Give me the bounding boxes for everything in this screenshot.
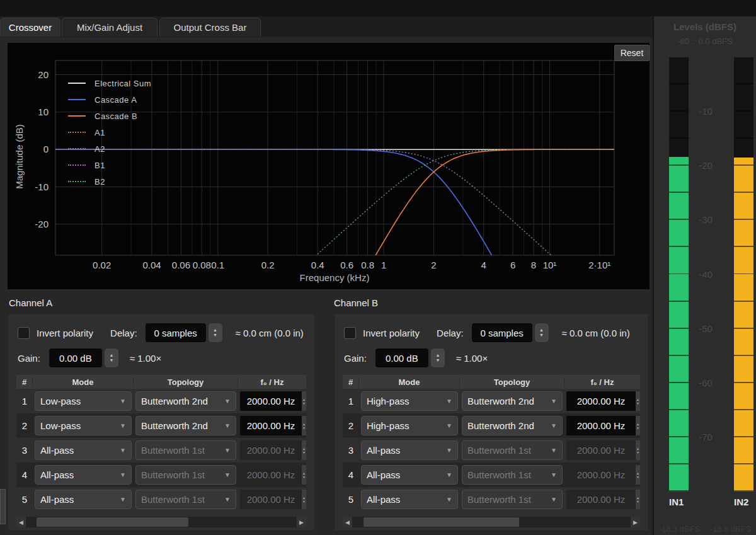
frequency-stepper[interactable]: ▲▼ [636,416,640,435]
frequency-stepper[interactable]: ▲▼ [302,416,306,435]
meter-segments [734,57,753,492]
filter-table-header: # Mode Topology f₀ / Hz [343,375,640,389]
frequency-input[interactable]: 2000.00 Hz [566,465,636,485]
svg-text:0.2: 0.2 [261,260,275,270]
scroll-right-button[interactable]: ▶ [631,517,640,527]
filter-row: 3 All-pass▼ Butterworth 1st▼ 2000.00 Hz▲… [343,438,640,463]
topology-dropdown[interactable]: Butterworth 2nd▼ [462,416,563,435]
gain-stepper[interactable]: ▲▼ [105,348,118,367]
mode-value: All-pass [367,494,444,505]
row-number: 3 [343,445,359,456]
filter-row: 1 High-pass▼ Butterworth 2nd▼ 2000.00 Hz… [343,389,640,413]
frequency-input[interactable]: 2000.00 Hz [240,440,302,460]
meter-in1-label: IN1 [669,497,684,507]
mode-dropdown[interactable]: High-pass▼ [361,391,458,411]
legend-label: Cascade B [94,112,137,121]
frequency-stepper[interactable]: ▲▼ [302,440,306,460]
topology-dropdown[interactable]: Butterworth 2nd▼ [462,391,563,411]
topology-value: Butterworth 1st [141,494,222,505]
meter-scale-tick: -60 [690,377,721,388]
delay-input[interactable]: 0 samples [146,323,206,342]
gain-input[interactable]: 0.00 dB [49,348,102,367]
scrollbar-track[interactable] [26,517,297,527]
mode-dropdown[interactable]: Low-pass▼ [35,416,132,435]
gain-stepper[interactable]: ▲▼ [431,348,445,367]
frequency-input[interactable]: 2000.00 Hz [566,490,636,509]
mode-dropdown[interactable]: High-pass▼ [361,416,458,435]
horizontal-scrollbar[interactable]: ◀ ▶ [16,517,306,527]
topology-dropdown[interactable]: Butterworth 2nd▼ [135,416,236,435]
row-number: 5 [343,494,359,505]
scroll-right-button[interactable]: ▶ [297,517,306,527]
frequency-input[interactable]: 2000.00 Hz [240,465,302,485]
invert-polarity-checkbox[interactable] [18,327,30,339]
frequency-stepper[interactable]: ▲▼ [636,391,640,411]
scroll-left-button[interactable]: ◀ [16,517,26,527]
filter-row: 5 All-pass▼ Butterworth 1st▼ 2000.00 Hz▲… [16,487,306,512]
svg-text:0.1: 0.1 [211,260,224,270]
tab-output-cross-bar[interactable]: Output Cross Bar [159,18,261,37]
tab-crossover[interactable]: Crossover [0,18,60,37]
frequency-stepper[interactable]: ▲▼ [302,465,306,485]
mode-dropdown[interactable]: Low-pass▼ [35,391,132,411]
mode-dropdown[interactable]: All-pass▼ [35,465,132,485]
meter-segments [669,57,689,492]
topology-dropdown[interactable]: Butterworth 1st▼ [135,440,236,460]
frequency-input[interactable]: 2000.00 Hz [240,391,302,411]
topology-dropdown[interactable]: Butterworth 1st▼ [462,440,563,460]
filter-row: 5 All-pass▼ Butterworth 1st▼ 2000.00 Hz▲… [343,487,640,512]
mode-dropdown[interactable]: All-pass▼ [361,490,458,509]
frequency-input[interactable]: 2000.00 Hz [566,440,636,460]
topology-dropdown[interactable]: Butterworth 1st▼ [462,490,563,509]
frequency-input[interactable]: 2000.00 Hz [566,416,636,435]
frequency-stepper[interactable]: ▲▼ [636,440,640,460]
row-number: 4 [343,469,359,480]
topology-dropdown[interactable]: Butterworth 1st▼ [135,490,236,509]
frequency-input[interactable]: 2000.00 Hz [240,490,302,509]
legend-label: B1 [94,161,105,170]
mode-dropdown[interactable]: All-pass▼ [35,490,132,509]
gain-approx-label: ≈ 1.00× [456,353,488,364]
svg-text:0.04: 0.04 [142,260,161,270]
window-edge-scrollbar[interactable] [0,489,6,524]
scrollbar-thumb[interactable] [364,517,520,527]
invert-polarity-checkbox[interactable] [344,327,356,339]
frequency-stepper[interactable]: ▲▼ [636,465,640,485]
frequency-stepper[interactable]: ▲▼ [302,490,306,509]
frequency-stepper[interactable]: ▲▼ [302,391,306,411]
mode-dropdown[interactable]: All-pass▼ [361,440,458,460]
frequency-stepper[interactable]: ▲▼ [636,490,640,509]
delay-stepper[interactable]: ▲▼ [209,323,222,342]
scroll-left-button[interactable]: ◀ [343,517,352,527]
scrollbar-track[interactable] [352,517,631,527]
titlebar [0,0,756,16]
row-number: 4 [16,469,33,480]
svg-text:4: 4 [481,260,486,270]
topology-dropdown[interactable]: Butterworth 1st▼ [462,465,563,485]
filter-row: 2 High-pass▼ Butterworth 2nd▼ 2000.00 Hz… [343,413,640,438]
mode-dropdown[interactable]: All-pass▼ [361,465,458,485]
topology-value: Butterworth 2nd [141,396,222,406]
topology-dropdown[interactable]: Butterworth 2nd▼ [135,391,236,411]
mode-value: All-pass [40,469,117,480]
legend-label: Cascade A [94,95,137,105]
row-number: 2 [343,420,359,431]
topology-value: Butterworth 1st [141,469,222,480]
topology-dropdown[interactable]: Butterworth 1st▼ [135,465,236,485]
tab-mix-gain-adjust[interactable]: Mix/Gain Adjust [62,18,158,37]
x-axis-label: Frequency (kHz) [272,272,398,283]
meter-readouts: -18.3 dBFS -18.5 dBFS [654,524,756,534]
gain-input[interactable]: 0.00 dB [375,348,428,367]
stepper-up-icon: ▲ [213,328,217,333]
frequency-input[interactable]: 2000.00 Hz [566,391,636,411]
crossover-response-chart: 0.020.040.060.080.10.20.40.60.81246810¹2… [8,43,650,289]
frequency-input[interactable]: 2000.00 Hz [240,416,302,435]
scrollbar-thumb[interactable] [37,517,188,527]
delay-input[interactable]: 0 samples [472,323,532,342]
reset-button[interactable]: Reset [614,45,650,61]
mode-value: Low-pass [40,396,117,406]
delay-stepper[interactable]: ▲▼ [535,323,549,342]
horizontal-scrollbar[interactable]: ◀ ▶ [343,517,640,527]
mode-dropdown[interactable]: All-pass▼ [35,440,132,460]
chevron-down-icon: ▼ [551,471,557,478]
